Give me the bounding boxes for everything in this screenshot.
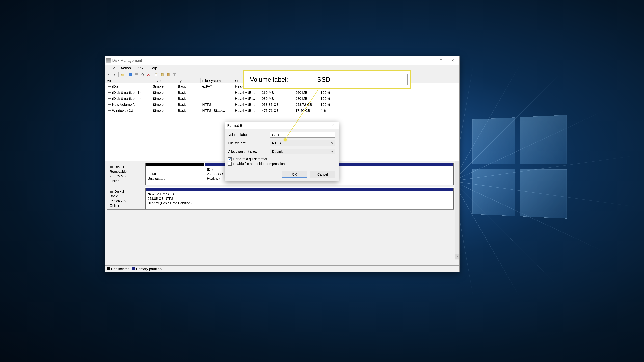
- svg-line-11: [285, 89, 319, 140]
- callout-leader-line: [0, 0, 644, 362]
- callout-annotation: Volume label: SSD: [243, 70, 411, 89]
- callout-dot-icon: [284, 138, 287, 141]
- callout-label: Volume label:: [250, 76, 314, 83]
- callout-value: SSD: [314, 74, 408, 85]
